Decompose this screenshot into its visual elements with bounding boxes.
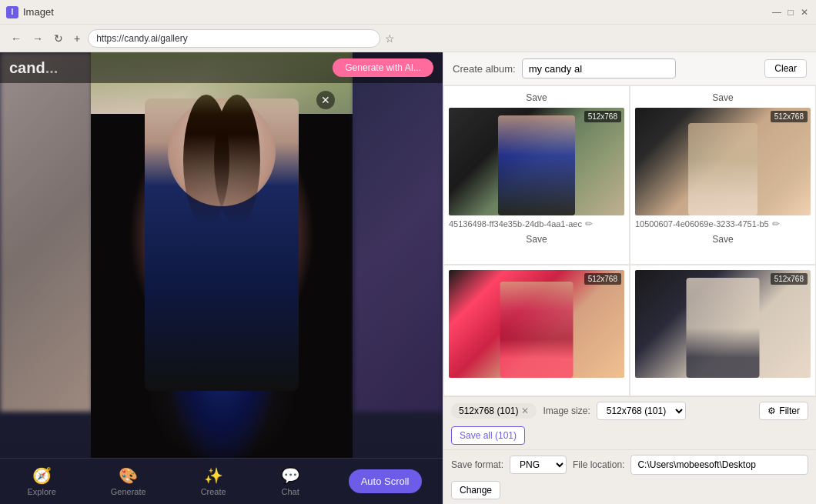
gallery-image-4[interactable]: 512x768 — [635, 270, 811, 378]
save-bottom-1[interactable]: Save — [449, 232, 624, 246]
minimize-button[interactable]: — — [771, 7, 782, 18]
gallery-cell-2: Save 512x768 10500607-4e06069e-3233-4751… — [630, 85, 816, 265]
app-icon: I — [6, 6, 18, 18]
image-size-label: Image size: — [543, 406, 590, 416]
edit-icon-2[interactable]: ✏ — [772, 219, 780, 229]
app-title: Imaget — [23, 6, 54, 18]
filter-tag-close[interactable]: ✕ — [521, 406, 529, 416]
format-bar: Save format: PNG JPG WEBP File location:… — [443, 449, 816, 504]
image-caption-1: 45136498-ff34e35b-24db-4aa1-aec ✏ — [449, 219, 624, 229]
main-layout: cand... Generate with AI... ✕ 🧭 Explore … — [0, 52, 816, 504]
generate-label: Generate — [111, 487, 146, 496]
nav-generate[interactable]: 🎨 Generate — [105, 463, 152, 499]
nav-explore[interactable]: 🧭 Explore — [21, 463, 62, 499]
gallery-image-2[interactable]: 512x768 — [635, 108, 811, 215]
bottom-nav: 🧭 Explore 🎨 Generate ✨ Create 💬 Chat Aut… — [0, 458, 443, 504]
save-bottom-2[interactable]: Save — [635, 232, 811, 246]
image-caption-2: 10500607-4e06069e-3233-4751-b5 ✏ — [635, 219, 811, 229]
title-bar: I Imaget — □ ✕ — [0, 0, 816, 25]
image-badge-1: 512x768 — [584, 111, 621, 122]
create-label: Create — [201, 487, 226, 496]
filter-tag-text: 512x768 (101) — [459, 406, 518, 416]
gallery-background: ✕ — [0, 52, 443, 458]
filter-icon: ⚙ — [768, 406, 776, 416]
window-controls[interactable]: — □ ✕ — [771, 7, 810, 18]
generate-icon: 🎨 — [119, 466, 138, 485]
file-location-label: File location: — [573, 459, 624, 470]
save-top-2[interactable]: Save — [635, 91, 811, 105]
image-badge-3: 512x768 — [584, 273, 621, 285]
format-select[interactable]: PNG JPG WEBP — [510, 456, 567, 474]
clear-button[interactable]: Clear — [764, 59, 807, 78]
gallery-cell-1: Save 512x768 45136498-ff34e35b-24db-4aa1… — [443, 85, 630, 265]
new-tab-button[interactable]: + — [71, 31, 83, 46]
filter-button[interactable]: ⚙ Filter — [759, 402, 808, 420]
change-button[interactable]: Change — [451, 481, 500, 499]
file-location-input[interactable] — [630, 455, 808, 475]
nav-chat[interactable]: 💬 Chat — [275, 463, 306, 499]
album-bar: Create album: Clear — [443, 52, 816, 85]
logo-text: cand... — [9, 59, 58, 77]
chat-label: Chat — [282, 487, 299, 496]
bookmark-button[interactable]: ☆ — [385, 32, 395, 45]
maximize-button[interactable]: □ — [785, 7, 796, 18]
title-bar-left: I Imaget — [6, 6, 54, 18]
gallery-image-3[interactable]: 512x768 — [449, 270, 624, 378]
side-image-left — [0, 52, 92, 412]
explore-icon: 🧭 — [32, 466, 52, 485]
featured-image — [91, 52, 353, 458]
side-image-right — [354, 52, 443, 412]
back-button[interactable]: ← — [8, 31, 25, 46]
album-input[interactable] — [522, 58, 676, 78]
edit-icon-1[interactable]: ✏ — [585, 219, 593, 229]
chat-icon: 💬 — [281, 466, 300, 485]
image-size-select[interactable]: 512x768 (101) — [597, 402, 686, 420]
generate-header-button[interactable]: Generate with AI... — [333, 58, 433, 77]
left-panel-header: cand... Generate with AI... — [0, 52, 443, 83]
refresh-button[interactable]: ↻ — [51, 31, 66, 46]
gallery-grid: Save 512x768 45136498-ff34e35b-24db-4aa1… — [443, 85, 816, 396]
album-label: Create album: — [453, 63, 516, 75]
close-button[interactable]: ✕ — [799, 7, 810, 18]
save-format-label: Save format: — [451, 459, 503, 470]
address-bar: ← → ↻ + ☆ — [0, 25, 816, 52]
active-filter-tag: 512x768 (101) ✕ — [451, 403, 537, 419]
filter-btn-label: Filter — [779, 406, 800, 416]
save-all-button[interactable]: Save all (101) — [451, 426, 525, 445]
explore-label: Explore — [27, 487, 55, 496]
gallery-cell-3: 512x768 — [443, 265, 630, 396]
save-top-1[interactable]: Save — [449, 91, 624, 105]
auto-scroll-button[interactable]: Auto Scroll — [349, 469, 422, 493]
image-badge-2: 512x768 — [771, 111, 808, 122]
address-input[interactable] — [88, 29, 380, 48]
forward-button[interactable]: → — [29, 31, 46, 46]
image-badge-4: 512x768 — [771, 273, 808, 285]
create-icon: ✨ — [204, 466, 223, 485]
gallery-cell-4: 512x768 — [630, 265, 816, 396]
gallery-image-1[interactable]: 512x768 — [449, 108, 624, 215]
nav-create[interactable]: ✨ Create — [195, 463, 232, 499]
image-close-button[interactable]: ✕ — [316, 91, 335, 109]
filter-bar: 512x768 (101) ✕ Image size: 512x768 (101… — [443, 396, 816, 449]
left-panel: cand... Generate with AI... ✕ 🧭 Explore … — [0, 52, 443, 504]
right-panel: Create album: Clear Save 512x768 4513649… — [443, 52, 816, 504]
